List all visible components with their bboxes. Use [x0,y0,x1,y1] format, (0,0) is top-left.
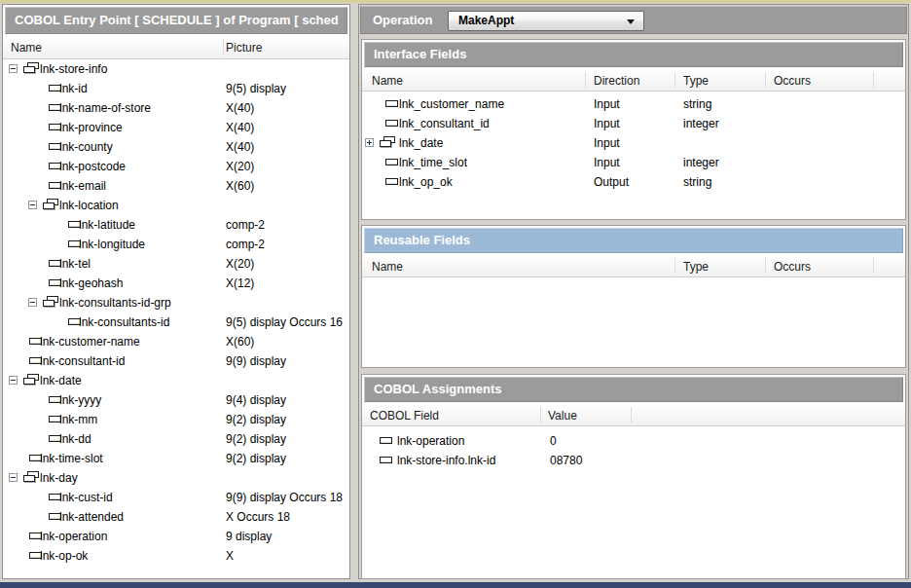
collapse-icon[interactable] [28,298,37,307]
cobol-assignments-section: COBOL Assignments COBOL Field Value lnk-… [361,374,906,579]
tree-item-lnk-id[interactable]: lnk-id9(5) display [3,79,349,98]
column-separator[interactable] [631,407,632,423]
column-separator[interactable] [223,39,224,55]
tree-item-lnk-geohash[interactable]: lnk-geohashX(12) [3,274,349,293]
collapse-icon[interactable] [28,201,37,209]
operation-dropdown-value: MakeAppt [458,12,514,30]
field-name: lnk-longitude [79,235,145,254]
column-separator[interactable] [540,407,541,423]
column-separator[interactable] [674,72,675,88]
tree-item-lnk-email[interactable]: lnk-emailX(60) [3,176,349,196]
cobol-assignments-column-header: COBOL Field Value [362,405,905,426]
column-separator[interactable] [585,72,586,88]
interface-field-row-lnk_date[interactable]: lnk_dateInput [362,133,905,153]
interface-fields-column-header: Name Direction Type Occurs [362,70,905,92]
tree-item-lnk-cust-id[interactable]: lnk-cust-id9(9) display Occurs 18 [3,488,349,507]
column-header-name: Name [11,37,42,58]
tree-item-lnk-mm[interactable]: lnk-mm9(2) display [3,410,349,429]
tree-item-lnk-county[interactable]: lnk-countyX(40) [3,137,349,157]
plus-glyph [369,140,370,145]
tree-item-lnk-location[interactable]: lnk-location [3,196,349,215]
cobol-field-name: lnk-store-info.lnk-id [397,451,495,470]
interface-field-row-lnk_time_slot[interactable]: lnk_time_slotInputinteger [362,153,905,172]
assignment-value: 08780 [550,451,582,470]
group-field-icon-front [43,300,55,307]
operation-pane: Operation MakeAppt Interface Fields Name… [358,4,909,579]
copybook-pane-title: COBOL Entry Point [ SCHEDULE ] of Progra… [5,7,347,34]
tree-item-lnk-attended[interactable]: lnk-attendedX Occurs 18 [3,507,349,527]
field-name: lnk-op-ok [40,546,88,566]
column-header-occurs: Occurs [774,70,811,91]
tree-item-lnk-consultants-id[interactable]: lnk-consultants-id9(5) display Occurs 16 [3,312,349,332]
group-field-icon [23,374,40,386]
tree-item-lnk-longitude[interactable]: lnk-longitudecomp-2 [3,235,349,254]
field-icon [385,178,398,185]
picture-value: X [226,546,234,566]
group-field-icon [43,296,59,309]
operation-dropdown[interactable]: MakeAppt [448,11,644,31]
column-header-type: Type [683,70,709,91]
field-name: lnk-email [59,176,106,196]
tree-item-lnk-province[interactable]: lnk-provinceX(40) [3,118,349,137]
assignment-value: 0 [550,431,557,451]
tree-item-lnk-op-ok[interactable]: lnk-op-okX [3,546,349,566]
minus-glyph [11,68,16,69]
tree-item-lnk-operation[interactable]: lnk-operation9 display [3,527,349,546]
chevron-down-icon [627,19,635,24]
type-value: integer [683,114,719,133]
column-separator[interactable] [765,72,766,88]
picture-value: X(40) [226,118,254,137]
type-value: string [683,172,711,192]
tree-item-lnk-yyyy[interactable]: lnk-yyyy9(4) display [3,390,349,410]
interface-field-row-lnk_op_ok[interactable]: lnk_op_okOutputstring [362,172,905,192]
column-separator[interactable] [873,72,874,88]
collapse-icon[interactable] [9,376,18,385]
copybook-column-header: Name Picture [3,37,349,59]
column-separator[interactable] [674,258,675,274]
tree-item-lnk-name-of-store[interactable]: lnk-name-of-storeX(40) [3,98,349,118]
top-border [0,0,911,3]
cobol-assignments-rows: lnk-operation0lnk-store-info.lnk-id08780 [362,431,905,472]
field-name: lnk-county [59,137,113,157]
group-field-icon [380,136,396,149]
field-name: lnk-yyyy [59,390,101,410]
tree-item-lnk-postcode[interactable]: lnk-postcodeX(20) [3,157,349,176]
tree-item-lnk-consultants-id-grp[interactable]: lnk-consultants-id-grp [3,293,349,312]
interface-field-row-lnk_customer_name[interactable]: lnk_customer_nameInputstring [362,94,905,114]
column-separator[interactable] [873,258,874,274]
tree-item-lnk-consultant-id[interactable]: lnk-consultant-id9(9) display [3,351,349,371]
collapse-icon[interactable] [9,64,18,73]
tree-item-lnk-latitude[interactable]: lnk-latitudecomp-2 [3,215,349,235]
tree-item-lnk-day[interactable]: lnk-day [3,468,349,488]
interface-field-row-lnk_consultant_id[interactable]: lnk_consultant_idInputinteger [362,114,905,133]
tree-item-lnk-date[interactable]: lnk-date [3,371,349,390]
picture-value: X(12) [226,274,254,293]
cobol-field-name: lnk-operation [397,431,464,451]
copybook-tree: lnk-store-infolnk-id9(5) displaylnk-name… [3,59,349,570]
field-icon [385,159,398,165]
tree-item-lnk-store-info[interactable]: lnk-store-info [3,59,349,79]
expand-icon[interactable] [365,138,374,147]
picture-value: comp-2 [226,235,265,254]
field-name: lnk_date [399,133,443,153]
column-header-type: Type [683,256,709,276]
picture-value: 9(5) display Occurs 16 [226,312,343,332]
picture-value: 9(9) display [226,351,286,371]
minus-glyph [11,477,16,478]
column-separator[interactable] [765,258,766,274]
tree-item-lnk-tel[interactable]: lnk-telX(20) [3,254,349,274]
tree-item-lnk-customer-name[interactable]: lnk-customer-nameX(60) [3,332,349,351]
interface-fields-title: Interface Fields [364,42,903,67]
tree-item-lnk-dd[interactable]: lnk-dd9(2) display [3,429,349,449]
direction-value: Input [594,94,620,114]
reusable-fields-rows [362,280,905,339]
assignment-row-lnk-operation[interactable]: lnk-operation0 [362,431,905,451]
collapse-icon[interactable] [9,473,18,482]
tree-item-lnk-time-slot[interactable]: lnk-time-slot9(2) display [3,449,349,468]
field-name: lnk_op_ok [399,172,453,192]
direction-value: Output [594,172,629,192]
minus-glyph [11,380,16,381]
assignment-row-lnk-store-info.lnk-id[interactable]: lnk-store-info.lnk-id08780 [362,451,905,470]
cobol-entry-point-window: COBOL Entry Point [ SCHEDULE ] of Progra… [0,0,911,588]
group-field-icon [23,62,40,75]
